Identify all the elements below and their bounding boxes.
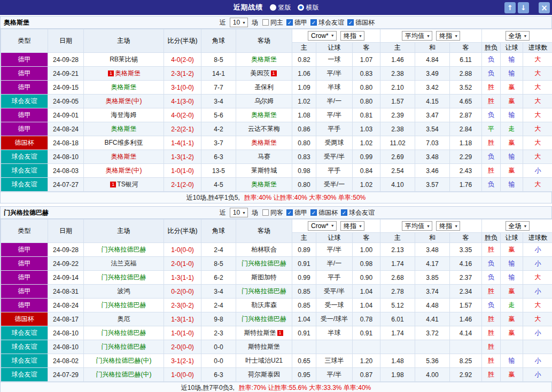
away-team-cell: 圣保利	[236, 81, 292, 95]
score-link[interactable]: 2-3(0-2)	[171, 302, 194, 309]
score-link[interactable]: 2-0(0-0)	[171, 343, 194, 351]
team-link[interactable]: 奥格斯堡	[111, 153, 137, 160]
team-link[interactable]: 奥格斯堡	[111, 125, 137, 132]
filter-league-3[interactable]: ✓球会友谊	[341, 208, 375, 217]
team-link[interactable]: TS银河	[117, 181, 138, 188]
scope-select[interactable]: 全场▼	[506, 31, 530, 41]
filter-league-1[interactable]: ✓德甲	[286, 18, 307, 27]
team-link[interactable]: 门兴格拉德巴赫(中)	[96, 357, 152, 364]
asian-odds-time-select[interactable]: 终指▼	[340, 31, 364, 41]
team-link[interactable]: 门兴格拉德巴赫	[102, 273, 146, 281]
team-link[interactable]: 奥格斯堡	[251, 111, 277, 119]
score-link[interactable]: 2-0(1-0)	[171, 260, 194, 268]
team-link[interactable]: BFC维多利亚	[105, 139, 143, 146]
team-link[interactable]: 奥厄	[118, 315, 130, 323]
score-link[interactable]: 1-3(1-2)	[171, 153, 194, 161]
team-link[interactable]: 海登海姆	[111, 111, 137, 119]
ah-line-cell: 受一/球半	[316, 312, 353, 326]
score-link[interactable]: 0-2(0-0)	[171, 288, 194, 295]
team-link[interactable]: 莱斯特城	[251, 167, 277, 174]
euro-odds-time-select[interactable]: 终指▼	[436, 221, 460, 231]
team-link[interactable]: 门兴格拉德巴赫	[242, 287, 286, 295]
team-link[interactable]: 马赛	[258, 153, 270, 160]
score-link[interactable]: 1-0(1-0)	[171, 330, 194, 337]
team-link[interactable]: 法兰克福	[111, 260, 137, 267]
team-link[interactable]: 奥格斯堡	[251, 181, 277, 188]
team-link[interactable]: 门兴格拉德巴赫	[242, 260, 286, 267]
move-up-button[interactable]: ↑	[504, 2, 516, 13]
score-link[interactable]: 1-3(1-1)	[171, 274, 194, 281]
team-link[interactable]: 云达不莱梅	[248, 125, 280, 132]
team-link[interactable]: 门兴格拉德巴赫	[102, 301, 146, 309]
asian-odds-time-select[interactable]: 终指▼	[340, 221, 364, 231]
team-link[interactable]: 乌尔姆	[254, 97, 274, 105]
team-link[interactable]: 圣保利	[254, 83, 274, 91]
eu-away-odds-cell: 1.57	[450, 299, 482, 312]
checkbox-label: 同主	[270, 18, 283, 27]
euro-odds-time-select[interactable]: 终指▼	[436, 31, 460, 41]
score-link[interactable]: 4-0(2-0)	[171, 112, 194, 119]
team-link[interactable]: 奥格斯堡	[251, 139, 277, 146]
col-goals: 进球数	[523, 43, 552, 53]
team-link[interactable]: 奥格斯堡	[115, 69, 141, 77]
chevron-down-icon: ▼	[331, 34, 335, 37]
layout-radio-vertical[interactable]: 竖版	[270, 3, 291, 12]
eu-home-odds-cell: 4.10	[380, 178, 415, 192]
home-team-cell: 门兴格拉德巴赫	[84, 340, 164, 354]
team-link[interactable]: 荷尔斯泰因	[248, 371, 280, 378]
score-link[interactable]: 3-1(2-1)	[171, 357, 194, 365]
team-link[interactable]: 门兴格拉德巴赫(中)	[96, 371, 152, 378]
team-link[interactable]: 奥格斯堡	[251, 56, 277, 63]
team-link[interactable]: 美因茨	[251, 69, 270, 77]
results-table: 类型 日期 主场 比分(半场) 角球 客场 Crow*▼ 终指▼ 平均值▼ 终指…	[1, 29, 552, 192]
score-link[interactable]: 1-4(1-1)	[171, 139, 194, 147]
team-link[interactable]: 斯特拉斯堡	[244, 329, 276, 336]
eu-home-odds-cell: 1.48	[380, 354, 415, 368]
score-link[interactable]: 1-0(0-0)	[171, 246, 194, 254]
team-link[interactable]: 波鸿	[118, 287, 130, 295]
team-link[interactable]: 奥格斯堡(中)	[106, 97, 142, 105]
score-link[interactable]: 1-3(1-1)	[171, 316, 194, 323]
team-link[interactable]: 奥格斯堡(中)	[106, 167, 142, 174]
match-count-select[interactable]: 10▼	[230, 208, 248, 217]
date-cell: 24-07-29	[48, 368, 84, 382]
team-link[interactable]: 柏林联合	[251, 246, 277, 253]
match-count-select[interactable]: 10▼	[230, 18, 248, 27]
chevron-down-icon: ▼	[524, 224, 527, 228]
score-link[interactable]: 3-1(0-0)	[171, 84, 194, 91]
bookmaker-select[interactable]: Crow*▼	[308, 31, 337, 41]
score-link[interactable]: 2-2(2-1)	[171, 126, 194, 133]
euro-average-select[interactable]: 平均值▼	[402, 221, 432, 231]
team-link[interactable]: RB莱比锡	[110, 56, 138, 63]
corner-cell: 14-1	[201, 67, 236, 81]
team-link[interactable]: 勒沃库森	[251, 301, 277, 309]
layout-radio-horizontal[interactable]: 横版	[298, 3, 319, 12]
team-link[interactable]: 门兴格拉德巴赫	[102, 343, 146, 350]
team-link[interactable]: 门兴格拉德巴赫	[102, 246, 146, 253]
score-link[interactable]: 4-1(3-0)	[171, 98, 194, 105]
filter-same-venue[interactable]: 同客	[262, 208, 283, 217]
filter-league-2[interactable]: ✓德国杯	[310, 208, 338, 217]
scope-select[interactable]: 全场▼	[506, 221, 530, 231]
eu-away-odds-cell: 2.37	[450, 271, 482, 285]
team-link[interactable]: 奥格斯堡	[111, 83, 137, 91]
team-link[interactable]: 门兴格拉德巴赫	[242, 315, 286, 323]
filter-league-1[interactable]: ✓德甲	[286, 208, 307, 217]
score-link[interactable]: 2-1(2-0)	[171, 181, 194, 189]
move-down-button[interactable]: ↓	[518, 2, 529, 13]
filter-league-2[interactable]: ✓球会友谊	[310, 18, 344, 27]
team-link[interactable]: 叶士域治U21	[245, 357, 283, 364]
score-link[interactable]: 2-3(1-2)	[171, 70, 194, 77]
team-link[interactable]: 门兴格拉德巴赫	[102, 329, 146, 336]
team-link[interactable]: 斯特拉斯堡	[248, 343, 280, 350]
score-link[interactable]: 1-0(1-0)	[171, 167, 194, 175]
close-icon[interactable]: ×	[539, 2, 550, 13]
team-link[interactable]: 斯图加特	[251, 273, 277, 281]
score-link[interactable]: 4-0(2-0)	[171, 56, 194, 64]
euro-average-select[interactable]: 平均值▼	[402, 31, 432, 41]
filter-league-3[interactable]: ✓德国杯	[347, 18, 375, 27]
filter-same-venue[interactable]: 同主	[262, 18, 283, 27]
section-header: 门兴格拉德巴赫 近 10▼ 场 同客✓德甲✓德国杯✓球会友谊	[1, 207, 551, 219]
bookmaker-select[interactable]: Crow*▼	[308, 221, 337, 231]
score-link[interactable]: 1-0(0-0)	[171, 371, 194, 379]
